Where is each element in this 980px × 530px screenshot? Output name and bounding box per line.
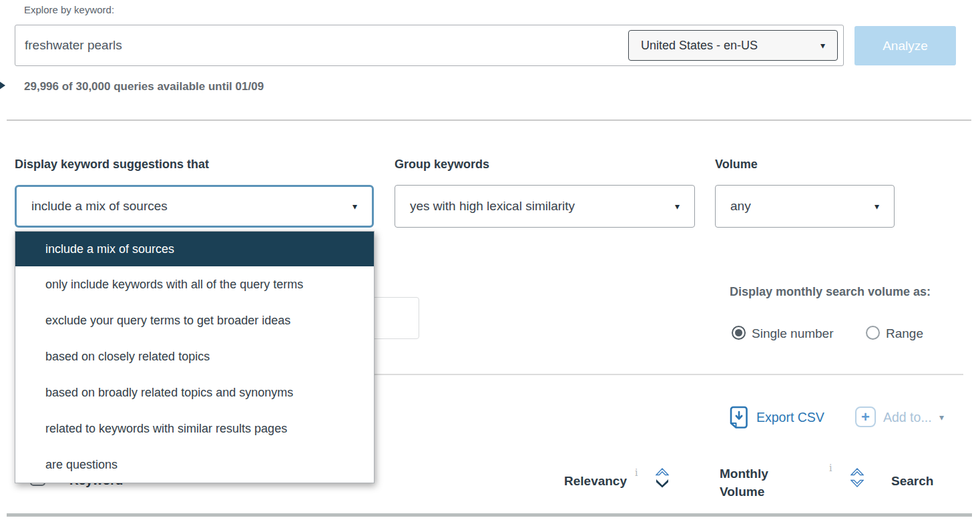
- keyword-search-input[interactable]: [25, 26, 599, 65]
- group-keywords-select-value: yes with high lexical similarity: [410, 199, 575, 214]
- suggestions-select[interactable]: include a mix of sources ▾: [15, 185, 374, 228]
- keyword-search-box: United States - en-US ▾: [15, 25, 844, 66]
- menu-item-closely-related-topics[interactable]: based on closely related topics: [15, 338, 374, 374]
- range-radio-label[interactable]: Range: [886, 326, 923, 341]
- volume-select[interactable]: any ▾: [715, 185, 895, 228]
- caret-down-icon[interactable]: ▾: [939, 413, 944, 422]
- plus-icon[interactable]: +: [855, 407, 876, 427]
- suggestions-filter-label: Display keyword suggestions that: [15, 158, 209, 172]
- suggestions-dropdown-menu: include a mix of sources only include ke…: [15, 231, 375, 483]
- export-csv-button[interactable]: Export CSV: [756, 410, 824, 425]
- volume-select-value: any: [730, 199, 751, 214]
- sort-desc-icon: [656, 479, 669, 488]
- column-header-search: Search: [891, 474, 933, 489]
- range-radio[interactable]: [866, 326, 880, 340]
- group-keywords-label: Group keywords: [395, 158, 489, 172]
- disclosure-triangle-icon[interactable]: [0, 81, 5, 90]
- sort-desc-icon: [850, 479, 864, 487]
- menu-item-broadly-related-topics[interactable]: based on broadly related topics and syno…: [15, 374, 374, 411]
- country-locale-value: United States - en-US: [641, 39, 758, 53]
- add-to-button[interactable]: Add to...: [883, 410, 932, 425]
- sort-asc-icon: [850, 468, 864, 477]
- chevron-down-icon: ▾: [352, 202, 357, 211]
- section-divider: [375, 374, 963, 375]
- column-header-relevancy: Relevancy: [564, 474, 627, 489]
- menu-item-mix-of-sources[interactable]: include a mix of sources: [15, 232, 374, 266]
- relevancy-sort-control[interactable]: [656, 468, 669, 488]
- sort-asc-icon: [656, 468, 669, 477]
- single-number-radio[interactable]: [732, 326, 746, 340]
- country-locale-select[interactable]: United States - en-US ▾: [628, 30, 838, 61]
- chevron-down-icon: ▾: [675, 202, 680, 211]
- suggestions-select-value: include a mix of sources: [31, 199, 168, 214]
- single-number-radio-label[interactable]: Single number: [752, 326, 834, 341]
- info-icon[interactable]: i: [829, 463, 832, 473]
- group-keywords-select[interactable]: yes with high lexical similarity ▾: [395, 185, 695, 228]
- menu-item-similar-results-pages[interactable]: related to keywords with similar results…: [15, 411, 374, 447]
- volume-display-label: Display monthly search volume as:: [730, 285, 931, 299]
- menu-item-exclude-query-terms[interactable]: exclude your query terms to get broader …: [15, 302, 374, 338]
- info-icon[interactable]: i: [635, 467, 638, 478]
- chevron-down-icon: ▾: [875, 202, 879, 211]
- menu-item-all-query-terms[interactable]: only include keywords with all of the qu…: [15, 266, 374, 302]
- analyze-button[interactable]: Analyze: [854, 26, 956, 65]
- query-quota-text: 29,996 of 30,000 queries available until…: [24, 80, 264, 93]
- volume-filter-label: Volume: [715, 158, 758, 172]
- column-header-monthly-volume: Monthly Volume: [720, 465, 781, 501]
- explore-by-keyword-label: Explore by keyword:: [24, 4, 114, 15]
- table-header-divider: [7, 513, 972, 517]
- menu-item-are-questions[interactable]: are questions: [15, 447, 374, 483]
- section-divider: [7, 119, 971, 121]
- chevron-down-icon: ▾: [820, 41, 825, 50]
- export-csv-icon[interactable]: [729, 406, 749, 432]
- monthly-volume-sort-control[interactable]: [850, 468, 864, 487]
